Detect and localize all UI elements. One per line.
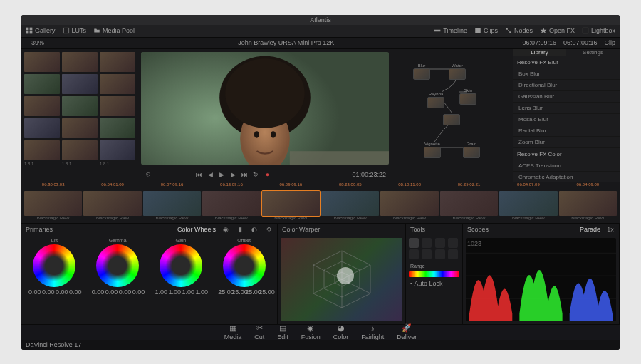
gallery-still[interactable]	[100, 96, 135, 116]
wheel-control[interactable]	[223, 244, 266, 287]
reset-icon[interactable]: ⟲	[264, 225, 273, 234]
settings-tab[interactable]: Settings	[566, 49, 620, 56]
toolbar-timeline[interactable]: Timeline	[434, 27, 467, 34]
play-button[interactable]: ▶	[217, 170, 226, 179]
step-fwd-button[interactable]: ▶	[229, 170, 237, 179]
wheel-value[interactable]: 0.00	[56, 288, 67, 296]
wheel-value[interactable]: 1.00	[155, 288, 166, 296]
prev-clip-button[interactable]: ⏮	[194, 170, 203, 179]
wheel-value[interactable]: 1.00	[168, 288, 179, 296]
node[interactable]: Vignette	[424, 142, 441, 158]
toolbar-nodes[interactable]: Nodes	[505, 27, 533, 34]
gallery-still[interactable]	[100, 140, 135, 160]
node[interactable]	[443, 113, 460, 125]
page-media[interactable]: ▦Media	[224, 323, 242, 340]
log-mode-icon[interactable]: ◐	[250, 225, 259, 234]
color-wheels-tab[interactable]: Color Wheels	[177, 226, 216, 233]
scope-mode[interactable]: Parade	[580, 226, 600, 233]
toolbar-gallery[interactable]: Gallery	[26, 27, 56, 34]
wheel-value[interactable]: 0.00	[132, 288, 144, 296]
toolbar-lightbox[interactable]: Lightbox	[582, 27, 615, 34]
wheel-value[interactable]: 25.00	[231, 288, 243, 296]
viewer[interactable]	[141, 52, 389, 165]
node[interactable]: Skin	[459, 88, 476, 105]
node-graph[interactable]: BlurWaterReyhhaSkinVignetteGrain	[392, 49, 513, 182]
timeline-clip[interactable]	[380, 191, 438, 216]
wheel-value[interactable]: 1.00	[182, 288, 193, 296]
fx-item[interactable]: ACES Transform	[513, 160, 620, 172]
gallery-still[interactable]	[100, 118, 135, 138]
page-edit[interactable]: ▤Edit	[277, 323, 288, 340]
picker-add-tool[interactable]	[422, 238, 432, 248]
timeline-clip[interactable]	[143, 191, 201, 216]
timeline-clip[interactable]	[440, 191, 498, 216]
timeline-clip[interactable]	[499, 191, 557, 216]
node[interactable]: Water	[449, 63, 466, 80]
gallery-still[interactable]	[62, 118, 98, 138]
page-cut[interactable]: ✂Cut	[254, 323, 264, 340]
timeline-clip[interactable]	[559, 191, 617, 216]
gallery-still[interactable]	[24, 52, 60, 72]
page-fairlight[interactable]: ♪Fairlight	[361, 324, 384, 340]
mask-tool[interactable]	[422, 249, 432, 259]
zoom-level[interactable]: 39%	[26, 39, 50, 46]
fx-item[interactable]: Directional Blur	[513, 80, 620, 91]
clip-mode[interactable]: Clip	[604, 39, 615, 46]
wheel-value[interactable]: 0.00	[69, 288, 80, 296]
gallery-still[interactable]	[100, 52, 135, 72]
wheel-value[interactable]: 25.00	[259, 288, 270, 296]
wheel-control[interactable]	[160, 244, 202, 287]
timeline-clip[interactable]	[83, 191, 141, 216]
page-fusion[interactable]: ◉Fusion	[301, 323, 320, 340]
loop-button[interactable]: ↻	[251, 170, 260, 179]
wheel-control[interactable]	[33, 244, 75, 287]
toolbar-openfx[interactable]: Open FX	[540, 27, 575, 34]
wheel-value[interactable]: 0.00	[42, 288, 53, 296]
record-button[interactable]: ●	[263, 170, 271, 179]
gallery-still[interactable]	[62, 52, 98, 72]
wheel-value[interactable]: 1.00	[195, 288, 207, 296]
fx-item[interactable]: Mosaic Blur	[513, 114, 620, 125]
picker-sub-tool[interactable]	[435, 238, 445, 248]
wheel-value[interactable]: 0.00	[119, 288, 130, 296]
gallery-still[interactable]	[62, 74, 98, 94]
gallery-still[interactable]	[62, 96, 98, 116]
toolbar-clips[interactable]: Clips	[474, 27, 498, 34]
page-color[interactable]: ◕Color	[333, 323, 349, 340]
invert-tool[interactable]	[409, 249, 419, 259]
wheel-value[interactable]: 0.00	[92, 288, 103, 296]
timeline-clip[interactable]	[262, 191, 320, 216]
node[interactable]: Reyhha	[427, 92, 444, 108]
toolbar-luts[interactable]: LUTs	[63, 27, 87, 34]
auto-lock-checkbox[interactable]: • Auto Lock	[406, 279, 462, 288]
node[interactable]: Blur	[413, 63, 430, 80]
color-warper-grid[interactable]	[281, 238, 402, 321]
bypass-icon[interactable]: ⦸	[144, 170, 152, 179]
fx-item[interactable]: Gaussian Blur	[513, 91, 620, 103]
fx-item[interactable]: Zoom Blur	[513, 137, 620, 148]
wheel-value[interactable]: 0.00	[28, 288, 40, 296]
wheel-value[interactable]: 0.00	[105, 288, 117, 296]
node[interactable]: Grain	[463, 142, 480, 158]
timeline-clip[interactable]	[321, 191, 379, 216]
wheel-control[interactable]	[96, 244, 139, 287]
gallery-still[interactable]	[100, 74, 135, 94]
step-back-button[interactable]: ◀	[206, 170, 214, 179]
hue-spectrum[interactable]	[409, 271, 459, 277]
fx-item[interactable]: Radial Blur	[513, 125, 620, 137]
picker-tool[interactable]	[409, 238, 419, 248]
gallery-still[interactable]	[62, 140, 98, 160]
library-tab[interactable]: Library	[513, 49, 566, 56]
gallery-still[interactable]	[24, 74, 60, 94]
softness-tool[interactable]	[448, 238, 458, 248]
timeline-clip[interactable]	[202, 191, 260, 216]
gallery-still[interactable]	[24, 118, 60, 138]
timeline-clip[interactable]	[24, 191, 82, 216]
fx-item[interactable]: Box Blur	[513, 68, 620, 80]
gallery-still[interactable]	[24, 96, 60, 116]
bars-mode-icon[interactable]: ▮	[236, 225, 244, 234]
gallery-still[interactable]	[24, 140, 60, 160]
wheel-value[interactable]: 25.00	[245, 288, 256, 296]
scope-scale[interactable]: 1x	[606, 225, 615, 234]
fx-item[interactable]: Lens Blur	[513, 103, 620, 114]
